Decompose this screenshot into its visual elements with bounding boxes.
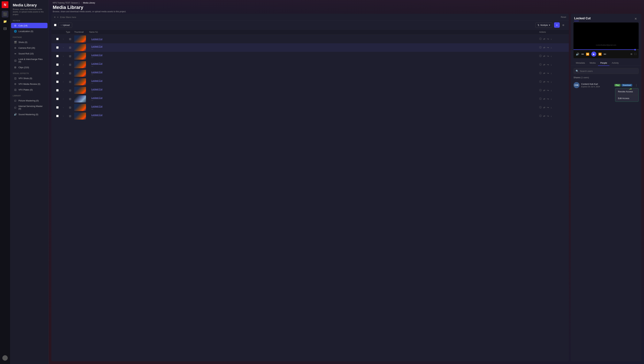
asset-name-link[interactable]: Locked Cut bbox=[91, 96, 537, 99]
table-row[interactable]: › ⊟ Locked Cut — ⓘ ⇄ ↪ ↓ bbox=[51, 69, 569, 78]
sidebar-item-internal-servicing[interactable]: ◻ Internal Servicing Master (0) bbox=[11, 104, 48, 111]
share-icon[interactable]: ⇄ bbox=[543, 115, 545, 117]
asset-name-link[interactable]: Locked Cut bbox=[91, 71, 537, 73]
row-checkbox[interactable] bbox=[56, 89, 58, 92]
table-row[interactable]: › ⊟ Locked Cut — ⓘ ⇄ ↪ ↓ bbox=[51, 52, 569, 60]
info-icon[interactable]: ⓘ bbox=[539, 38, 542, 40]
share-icon[interactable]: ⇄ bbox=[543, 63, 545, 66]
download-icon[interactable]: ↓ bbox=[551, 98, 552, 100]
expand-icon[interactable]: › bbox=[61, 115, 66, 117]
skip-back-icon[interactable]: ⏮ bbox=[581, 52, 584, 56]
row-checkbox[interactable] bbox=[56, 46, 58, 49]
table-row[interactable]: › ⊟ Locked Cut ⓘ ⇄ ↪ ↓ bbox=[51, 35, 569, 43]
row-checkbox[interactable] bbox=[56, 64, 58, 66]
sidebar-item-localization[interactable]: 🌐 Localization (0) bbox=[11, 28, 48, 34]
asset-name-link[interactable]: Locked Cut bbox=[91, 62, 537, 65]
info-icon[interactable]: ⓘ bbox=[539, 89, 542, 92]
tab-metadata[interactable]: Metadata bbox=[574, 60, 587, 66]
info-icon[interactable]: ⓘ bbox=[539, 80, 542, 83]
download-icon[interactable]: ↓ bbox=[551, 46, 552, 49]
row-checkbox[interactable] bbox=[56, 72, 58, 74]
list-view-button[interactable]: ≡ bbox=[554, 22, 560, 28]
download-icon[interactable]: ↓ bbox=[551, 38, 552, 40]
forward-icon[interactable]: ↪ bbox=[547, 72, 549, 74]
expand-icon[interactable]: › bbox=[61, 106, 66, 108]
download-icon[interactable]: ↓ bbox=[551, 115, 552, 117]
info-icon[interactable]: ⓘ bbox=[539, 114, 542, 118]
asset-name-link[interactable]: Locked Cut bbox=[91, 45, 537, 48]
info-icon[interactable]: ⓘ bbox=[539, 54, 542, 58]
rewind-icon[interactable]: ⏪ bbox=[586, 52, 589, 56]
row-checkbox[interactable] bbox=[56, 115, 58, 117]
progress-bar[interactable] bbox=[574, 49, 639, 50]
asset-name-link[interactable]: Locked Cut bbox=[91, 38, 537, 40]
share-icon[interactable]: ⇄ bbox=[543, 106, 545, 109]
download-icon[interactable]: ↓ bbox=[551, 89, 552, 92]
grid-view-button[interactable]: ⊞ bbox=[560, 22, 566, 28]
download-icon[interactable]: ↓ bbox=[551, 55, 552, 58]
share-icon[interactable]: ⇄ bbox=[543, 98, 545, 100]
sidebar-item-clips[interactable]: ⊟ Clips (210) bbox=[11, 65, 48, 70]
row-checkbox[interactable] bbox=[56, 106, 58, 109]
sidebar-item-picture-mastering[interactable]: ◻ Picture Mastering (0) bbox=[11, 98, 48, 103]
tab-media[interactable]: Media bbox=[587, 60, 598, 66]
info-icon[interactable]: ⓘ bbox=[539, 98, 542, 100]
download-icon[interactable]: ↓ bbox=[551, 106, 552, 109]
download-icon[interactable]: ↓ bbox=[551, 63, 552, 66]
app-logo[interactable]: N bbox=[2, 1, 8, 8]
expand-icon[interactable]: › bbox=[61, 38, 66, 40]
forward-icon[interactable]: ↪ bbox=[547, 55, 549, 58]
asset-name-link[interactable]: Locked Cut bbox=[91, 54, 537, 56]
forward-icon[interactable]: ↪ bbox=[547, 106, 549, 109]
subtitles-icon[interactable]: ⊟ bbox=[630, 53, 632, 55]
filter-input[interactable] bbox=[60, 16, 559, 18]
skip-forward-icon[interactable]: ⏭ bbox=[604, 52, 606, 56]
forward-icon[interactable]: ↪ bbox=[547, 80, 549, 83]
play-button[interactable]: ▶ bbox=[591, 52, 596, 56]
expand-icon[interactable]: › bbox=[61, 72, 66, 74]
search-users-input[interactable] bbox=[580, 70, 636, 72]
user-avatar[interactable] bbox=[2, 355, 8, 361]
nav-film-icon[interactable]: 🎞 bbox=[2, 26, 8, 32]
download-icon[interactable]: ↓ bbox=[551, 72, 552, 74]
table-row[interactable]: › ⊟ Locked Cut — ⓘ ⇄ ↪ ↓ bbox=[51, 103, 569, 112]
table-row[interactable]: › ⊟ Locked Cut — ⓘ ⇄ ↪ ↓ bbox=[51, 43, 569, 52]
sidebar-item-vfx-shots[interactable]: ◫ VFX Shots (0) bbox=[11, 76, 48, 81]
forward-icon[interactable]: ↪ bbox=[547, 46, 549, 49]
table-row[interactable]: › ⊟ Locked Cut — ⓘ ⇄ ↪ ↓ bbox=[51, 86, 569, 95]
info-icon[interactable]: ⓘ bbox=[539, 72, 542, 75]
sidebar-item-camera-roll[interactable]: ⊙ Camera Roll (26) bbox=[11, 45, 48, 50]
reset-button[interactable]: Reset bbox=[561, 16, 566, 18]
info-icon[interactable]: ⓘ bbox=[539, 106, 542, 109]
row-checkbox[interactable] bbox=[56, 98, 58, 100]
sidebar-item-shots[interactable]: 🎬 Shots (0) bbox=[11, 40, 48, 45]
table-row[interactable]: › ⊟ Locked Cut — ⓘ ⇄ ↪ ↓ bbox=[51, 60, 569, 69]
expand-icon[interactable]: › bbox=[61, 64, 66, 66]
expand-icon[interactable]: › bbox=[61, 90, 66, 91]
share-icon[interactable]: ⇄ bbox=[543, 80, 545, 83]
row-checkbox[interactable] bbox=[56, 80, 58, 83]
info-icon[interactable]: ⓘ bbox=[539, 46, 542, 49]
share-menu-button[interactable]: ⋮ bbox=[634, 83, 639, 88]
expand-icon[interactable]: › bbox=[61, 81, 66, 83]
row-checkbox[interactable] bbox=[56, 55, 58, 57]
share-icon[interactable]: ⇄ bbox=[543, 89, 545, 92]
sidebar-item-cuts[interactable]: ⊟ Cuts (14) bbox=[11, 23, 48, 28]
asset-name-link[interactable]: Locked Cut bbox=[91, 114, 537, 116]
asset-name-link[interactable]: Locked Cut bbox=[91, 80, 537, 82]
share-icon[interactable]: ⇄ bbox=[543, 72, 545, 74]
tab-activity[interactable]: Activity bbox=[610, 60, 621, 66]
sidebar-item-sound-mastering[interactable]: 🔊 Sound Mastering (0) bbox=[11, 112, 48, 117]
forward-icon[interactable]: ↪ bbox=[547, 38, 549, 40]
share-icon[interactable]: ⇄ bbox=[543, 38, 545, 40]
nav-folder-icon[interactable]: 📁 bbox=[2, 18, 8, 25]
upload-button[interactable]: ↑ Upload bbox=[58, 22, 72, 28]
sidebar-item-sound-roll[interactable]: ∞ Sound Roll (10) bbox=[11, 51, 48, 56]
share-icon[interactable]: ⇄ bbox=[543, 46, 545, 49]
col-name[interactable]: Name ⇅1 bbox=[89, 31, 539, 33]
forward-icon[interactable]: ↪ bbox=[547, 115, 549, 117]
multiple-button[interactable]: ⇅ Multiple ▾ bbox=[536, 22, 552, 28]
revoke-access-item[interactable]: Revoke Access bbox=[615, 88, 638, 95]
volume-icon[interactable]: 🔊 bbox=[576, 52, 579, 56]
select-all-checkbox[interactable] bbox=[54, 24, 56, 26]
